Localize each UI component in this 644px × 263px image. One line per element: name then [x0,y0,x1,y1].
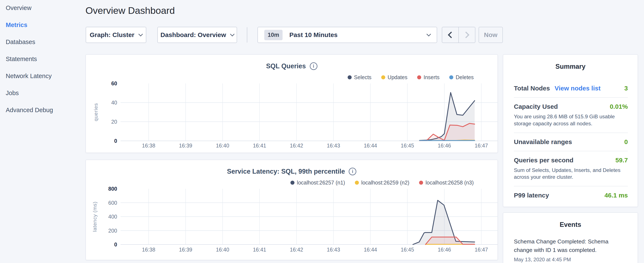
svg-text:16:40: 16:40 [216,247,230,252]
summary-value: 0.01% [610,103,628,110]
svg-text:16:46: 16:46 [438,143,451,149]
sidebar-item-network-latency[interactable]: Network Latency [6,68,76,85]
summary-description: You are using 28.6 MiB of 515.9 GiB usab… [514,113,627,127]
time-window-selector[interactable]: 10m Past 10 Minutes [258,27,437,43]
summary-panel: Summary Total Nodes View nodes list 3 Ca… [503,54,638,207]
time-back-button[interactable] [442,27,459,43]
svg-text:16:42: 16:42 [290,143,303,149]
chevron-left-icon [448,32,454,38]
dashboard-dropdown[interactable]: Dashboard: Overview [157,27,237,43]
svg-text:16:41: 16:41 [253,247,266,252]
summary-body: Total Nodes View nodes list 3 Capacity U… [514,79,628,204]
events-title: Events [503,221,638,228]
sidebar-item-overview[interactable]: Overview [6,0,76,16]
svg-text:16:39: 16:39 [179,247,192,252]
svg-text:16:38: 16:38 [142,143,156,149]
page-title: Overview Dashboard [86,5,175,16]
summary-row-queries-per-second: Queries per second 59.7 Sum of Selects, … [514,151,628,187]
event-item[interactable]: Schema Change Completed: Schema change w… [514,237,627,262]
summary-description: Sum of Selects, Updates, Inserts, and De… [514,167,627,181]
sidebar-item-jobs[interactable]: Jobs [6,85,76,102]
svg-text:16:45: 16:45 [401,143,414,149]
svg-text:16:47: 16:47 [474,143,488,149]
svg-text:800: 800 [108,186,117,192]
chevron-down-icon [426,32,431,36]
summary-label: Capacity Used [514,103,558,110]
svg-text:20: 20 [111,119,117,125]
summary-row-unavailable-ranges: Unavailable ranges 0 [514,133,628,151]
summary-value: 0 [624,138,628,146]
summary-value: 46.1 ms [604,192,628,199]
sidebar-item-databases[interactable]: Databases [6,34,76,51]
sidebar-item-statements[interactable]: Statements [6,51,76,68]
svg-text:60: 60 [111,80,117,86]
summary-value: 3 [624,85,628,92]
chevron-down-icon [230,32,234,36]
svg-text:16:41: 16:41 [253,143,266,149]
time-forward-button[interactable] [459,27,475,43]
summary-label: Queries per second [514,157,574,164]
svg-text:16:43: 16:43 [327,247,340,252]
event-text: Schema Change Completed: Schema change w… [514,237,614,254]
svg-text:16:46: 16:46 [438,247,451,252]
summary-label: Total Nodes [514,85,550,92]
sidebar-item-advanced-debug[interactable]: Advanced Debug [6,102,76,119]
summary-row-total-nodes: Total Nodes View nodes list 3 [514,79,628,98]
svg-text:400: 400 [108,214,117,220]
svg-text:16:39: 16:39 [179,143,192,149]
svg-text:16:38: 16:38 [142,247,156,252]
svg-text:16:42: 16:42 [290,247,303,252]
service-latency-chart-card: Service Latency: SQL, 99th percentile lo… [86,160,498,260]
sql-queries-chart: 16:3816:3916:4016:4116:4216:4316:4416:45… [86,55,498,153]
summary-label: Unavailable ranges [514,138,572,146]
summary-value: 59.7 [616,157,628,164]
time-step-buttons [442,27,476,43]
svg-text:queries: queries [93,103,99,121]
toolbar-divider [247,27,247,43]
svg-text:16:45: 16:45 [401,247,414,252]
svg-text:600: 600 [108,200,117,206]
svg-text:0: 0 [114,138,117,144]
chevron-right-icon [463,32,469,38]
view-nodes-list-link[interactable]: View nodes list [554,85,600,92]
sql-queries-chart-card: SQL Queries Selects Updates Inserts Dele… [86,54,498,153]
summary-title: Summary [503,63,638,70]
time-window-label: Past 10 Minutes [289,31,338,39]
svg-text:latency (ms): latency (ms) [92,201,98,232]
svg-text:200: 200 [108,228,117,234]
svg-text:16:44: 16:44 [364,247,377,252]
sidebar: Overview Metrics Databases Statements Ne… [6,0,76,119]
graph-scope-dropdown[interactable]: Graph: Cluster [86,27,146,43]
svg-text:16:43: 16:43 [327,143,340,149]
summary-label: P99 latency [514,192,549,199]
now-button[interactable]: Now [478,27,503,43]
chevron-down-icon [138,32,143,36]
event-timestamp: May 13, 2020 at 4:45 PM [514,256,627,262]
svg-text:16:47: 16:47 [474,247,488,252]
svg-text:16:44: 16:44 [364,143,377,149]
graph-scope-dropdown-label: Graph: Cluster [90,31,134,39]
page: Overview Metrics Databases Statements Ne… [0,0,644,263]
sidebar-item-metrics[interactable]: Metrics [6,16,76,34]
svg-text:40: 40 [111,100,117,106]
svg-text:0: 0 [114,241,117,247]
events-panel: Events Schema Change Completed: Schema c… [503,212,638,263]
dashboard-dropdown-label: Dashboard: Overview [160,31,226,39]
summary-row-capacity-used: Capacity Used 0.01% You are using 28.6 M… [514,98,628,133]
service-latency-chart: 16:3816:3916:4016:4116:4216:4316:4416:45… [86,160,498,260]
time-window-badge: 10m [264,30,282,40]
summary-row-p99-latency: P99 latency 46.1 ms [514,186,628,204]
svg-text:16:40: 16:40 [216,143,230,149]
